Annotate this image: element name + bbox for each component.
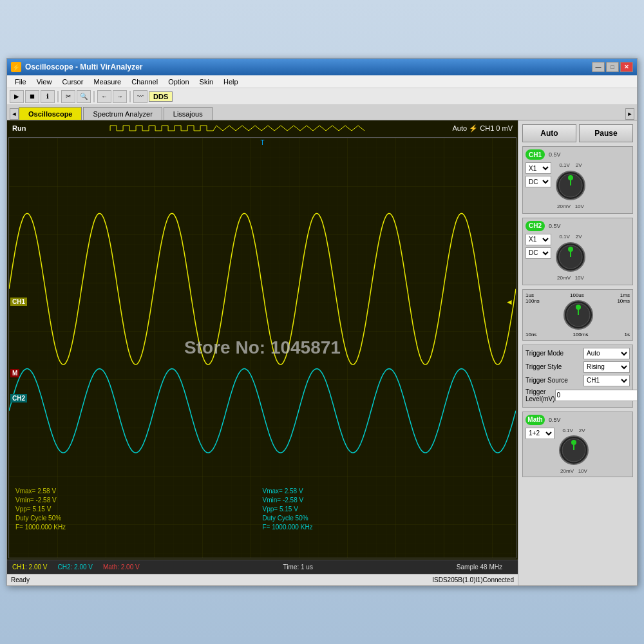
toolbar-btn-5[interactable]: 🔍 xyxy=(77,90,91,103)
ch2-vmax: Vmax= 2.58 V xyxy=(263,487,313,496)
ch2-freq: F= 1000.000 KHz xyxy=(263,523,313,532)
ch1-knob-bottom-labels: 20mV 10V xyxy=(554,204,587,210)
toolbar-btn-8[interactable]: 〰 xyxy=(133,90,147,103)
menu-skin[interactable]: Skin xyxy=(194,77,218,87)
dds-label: DDS xyxy=(149,91,173,102)
tab-spectrum[interactable]: Spectrum Analyzer xyxy=(83,107,162,120)
trigger-style-row: Trigger Style RisingFallingEither xyxy=(526,361,630,373)
ch1-header: CH1 0.5V xyxy=(526,149,630,160)
menu-cursor[interactable]: Cursor xyxy=(57,77,88,87)
trigger-source-label: Trigger Source xyxy=(526,377,583,384)
scope-header: Run Auto ⚡ CH1 0 mV xyxy=(7,120,518,136)
math-knob-labels: 0.1V 2V xyxy=(557,428,591,433)
tabs-bar: ◄ Oscilloscope Spectrum Analyzer Lissajo… xyxy=(7,105,637,120)
menu-view[interactable]: View xyxy=(32,77,57,87)
toolbar-btn-7[interactable]: → xyxy=(113,90,127,103)
ch1-controls: X1X10X100 DCACGND 0.1V 2V xyxy=(526,162,630,211)
status-right: ISDS205B(1.0)l1)Connected xyxy=(432,576,514,583)
minimize-button[interactable]: — xyxy=(592,62,605,72)
main-content: Run Auto ⚡ CH1 0 mV xyxy=(7,120,637,585)
math-indicator[interactable]: Math xyxy=(526,415,545,425)
ch1-probe-select[interactable]: X1X10X100 xyxy=(526,162,551,174)
run-indicator: Run xyxy=(12,124,26,132)
watermark: Store No: 1045871 xyxy=(184,337,341,358)
toolbar-btn-4[interactable]: ✂ xyxy=(61,90,75,103)
tab-nav-right[interactable]: ► xyxy=(625,108,634,120)
status-bar: Ready ISDS205B(1.0)l1)Connected xyxy=(7,574,518,585)
close-button[interactable]: ✕ xyxy=(620,62,633,72)
restore-button[interactable]: □ xyxy=(606,62,619,72)
ch2-knob-svg[interactable] xyxy=(554,240,587,274)
app-icon: ⚡ xyxy=(11,62,21,72)
tab-nav-left[interactable]: ◄ xyxy=(10,108,19,120)
desktop: ⚡ Oscilloscope - Multi VirAnalyzer — □ ✕… xyxy=(0,0,644,644)
ch2-volt-label: 0.5V xyxy=(549,223,561,229)
status-left: Ready xyxy=(11,576,30,583)
scope-canvas[interactable]: CH1 M CH2 ◄ T Store No: 1045871 Vmax= 2.… xyxy=(8,137,516,558)
ch1-volt-label: 0.5V xyxy=(549,151,561,158)
trigger-level-row: Trigger Level(mV) xyxy=(526,388,630,402)
app-window: ⚡ Oscilloscope - Multi VirAnalyzer — □ ✕… xyxy=(6,58,638,586)
ch2-stats: Vmax= 2.58 V Vmin= -2.58 V Vpp= 5.15 V D… xyxy=(263,487,313,532)
trigger-level-input[interactable] xyxy=(555,390,637,401)
toolbar-sep-2 xyxy=(93,91,95,102)
trigger-style-label: Trigger Style xyxy=(526,363,583,370)
footer-math: Math: 2.00 V xyxy=(103,564,140,571)
ch2-coupling-select[interactable]: DCACGND xyxy=(526,247,551,259)
ch2-vpp: Vpp= 5.15 V xyxy=(263,505,313,514)
math-section: Math 0.5V 1+21-22-11×2 xyxy=(522,412,633,477)
ch2-knob-labels: 0.1V 2V xyxy=(554,234,587,240)
ch1-knob-svg[interactable] xyxy=(554,169,587,202)
menu-file[interactable]: File xyxy=(10,77,32,87)
trigger-section: Trigger Mode AutoNormalSingle Trigger St… xyxy=(522,345,633,408)
toolbar-btn-1[interactable]: ▶ xyxy=(10,90,24,103)
menu-measure[interactable]: Measure xyxy=(88,77,126,87)
footer-ch1: CH1: 2.00 V xyxy=(12,564,47,571)
footer-sample: Sample 48 MHz xyxy=(457,564,502,571)
trigger-style-select[interactable]: RisingFallingEither xyxy=(583,361,630,373)
ch1-coupling-select[interactable]: DCACGND xyxy=(526,176,551,187)
ch2-selects: X1X10X100 DCACGND xyxy=(526,234,551,259)
ch2-probe-select[interactable]: X1X10X100 xyxy=(526,234,551,245)
tab-oscilloscope[interactable]: Oscilloscope xyxy=(19,107,82,120)
toolbar-btn-2[interactable]: ⏹ xyxy=(25,90,39,103)
ch1-section: CH1 0.5V X1X10X100 DCACGND xyxy=(522,146,633,214)
timebase-section: 1us 100us 1ms 100ns 10ms xyxy=(522,289,633,341)
toolbar-btn-6[interactable]: ← xyxy=(97,90,111,103)
auto-button[interactable]: Auto xyxy=(522,124,576,142)
trigger-wave xyxy=(39,123,439,133)
math-knob-svg[interactable] xyxy=(557,433,591,467)
tab-lissajous[interactable]: Lissajous xyxy=(164,107,213,120)
ch2-knob-bottom-labels: 20mV 10V xyxy=(554,275,587,281)
ch1-vpp: Vpp= 5.15 V xyxy=(15,505,66,514)
pause-button[interactable]: Pause xyxy=(579,124,633,142)
menubar: File View Cursor Measure Channel Option … xyxy=(7,75,637,88)
auto-pause-row: Auto Pause xyxy=(522,124,633,142)
ch1-freq: F= 1000.000 KHz xyxy=(15,523,66,532)
ch2-controls: X1X10X100 DCACGND 0.1V 2V xyxy=(526,234,630,282)
ch2-indicator[interactable]: CH2 xyxy=(526,221,545,231)
timebase-knob-svg[interactable] xyxy=(562,298,595,332)
trigger-level-label: Trigger Level(mV) xyxy=(526,388,555,402)
menu-channel[interactable]: Channel xyxy=(126,77,163,87)
ch2-header: CH2 0.5V xyxy=(526,221,630,231)
math-knob-bottom-labels: 20mV 10V xyxy=(557,468,591,474)
ch1-indicator[interactable]: CH1 xyxy=(526,149,545,160)
menu-help[interactable]: Help xyxy=(218,77,243,87)
toolbar-btn-3[interactable]: ℹ xyxy=(41,90,55,103)
ch1-knob-labels: 0.1V 2V xyxy=(554,162,587,169)
menu-option[interactable]: Option xyxy=(163,77,194,87)
ch2-knob-area: 0.1V 2V 20mV 10V xyxy=(554,234,587,282)
ch1-vmin: Vmin= -2.58 V xyxy=(15,496,66,505)
math-op-select[interactable]: 1+21-22-11×2 xyxy=(526,428,554,439)
trigger-source-select[interactable]: CH1CH2EXT xyxy=(583,375,630,386)
math-controls: 1+21-22-11×2 0.1V 2V xyxy=(526,428,630,474)
ch2-vmin: Vmin= -2.58 V xyxy=(263,496,313,505)
ch1-vmax: Vmax= 2.58 V xyxy=(15,487,66,496)
trigger-marker: ◄ xyxy=(506,298,513,307)
math-volt-label: 0.5V xyxy=(549,417,561,423)
math-label: M xyxy=(10,369,19,377)
titlebar: ⚡ Oscilloscope - Multi VirAnalyzer — □ ✕ xyxy=(7,59,637,75)
footer-time: Time: 1 us xyxy=(283,564,313,571)
trigger-mode-select[interactable]: AutoNormalSingle xyxy=(583,348,630,359)
